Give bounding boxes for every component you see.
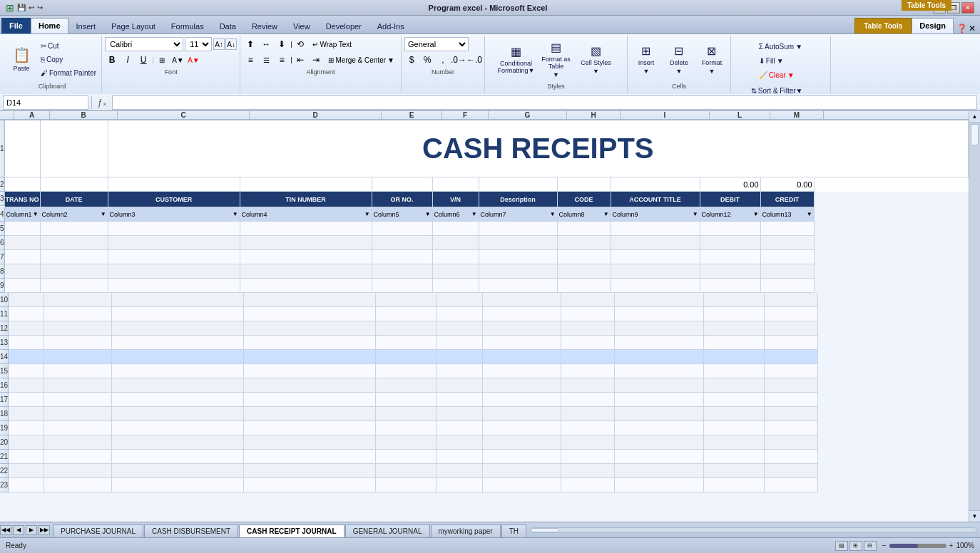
cell-row12-col8[interactable] xyxy=(615,321,704,336)
cell-row7-col5[interactable] xyxy=(433,250,479,264)
cell-row5-col0[interactable] xyxy=(5,222,41,236)
cell-m2[interactable]: 0.00 xyxy=(761,177,815,192)
cell-row6-col6[interactable] xyxy=(479,236,558,250)
cell-row18-col5[interactable] xyxy=(437,407,483,421)
cell-row19-col0[interactable] xyxy=(9,421,44,435)
cell-row23-col2[interactable] xyxy=(112,478,244,492)
cell-row21-col0[interactable] xyxy=(9,450,44,464)
title-cell[interactable]: CASH RECEIPTS xyxy=(108,120,969,177)
cell-row7-col8[interactable] xyxy=(611,250,700,264)
cell-row7-col0[interactable] xyxy=(5,250,41,264)
align-middle-button[interactable]: ↔ xyxy=(259,37,273,51)
cell-row15-col6[interactable] xyxy=(483,364,561,378)
cell-i2[interactable] xyxy=(611,177,700,192)
cell-row7-col10[interactable] xyxy=(761,250,815,264)
cell-row22-col5[interactable] xyxy=(437,464,483,478)
cell-row16-col5[interactable] xyxy=(437,378,483,393)
cell-row15-col0[interactable] xyxy=(9,364,44,378)
cell-row5-col7[interactable] xyxy=(558,222,611,236)
cell-row11-col6[interactable] xyxy=(483,307,561,321)
filter-col4[interactable]: Column4 ▼ xyxy=(240,207,372,222)
cell-row11-col7[interactable] xyxy=(561,307,615,321)
cell-row20-col8[interactable] xyxy=(615,435,704,450)
normal-view-button[interactable]: ▤ xyxy=(835,541,848,551)
bold-button[interactable]: B xyxy=(105,53,119,67)
cell-row17-col6[interactable] xyxy=(483,393,561,407)
cell-row15-col5[interactable] xyxy=(437,364,483,378)
cell-row12-col10[interactable] xyxy=(765,321,818,336)
cell-row14-col8[interactable] xyxy=(615,350,704,364)
tab-first-button[interactable]: ◀◀ xyxy=(0,525,11,535)
cell-row20-col4[interactable] xyxy=(376,435,437,450)
filter-col2[interactable]: Column2 ▼ xyxy=(41,207,108,222)
sheet-tab-3[interactable]: GENERAL JOURNAL xyxy=(345,524,430,537)
cell-row8-col8[interactable] xyxy=(611,264,700,279)
cell-row7-col2[interactable] xyxy=(108,250,240,264)
percent-button[interactable]: % xyxy=(420,53,434,67)
cell-row10-col0[interactable] xyxy=(9,293,44,307)
align-left-button[interactable]: ≡ xyxy=(243,53,257,67)
cell-row18-col4[interactable] xyxy=(376,407,437,421)
cell-row13-col9[interactable] xyxy=(704,336,765,350)
font-decrease-button[interactable]: A↓ xyxy=(225,38,237,50)
tab-home[interactable]: Home xyxy=(31,18,68,33)
page-break-view-button[interactable]: ⊟ xyxy=(864,541,877,551)
cell-row8-col5[interactable] xyxy=(433,264,479,279)
align-center-button[interactable]: ☰ xyxy=(259,53,273,67)
cell-row14-col0[interactable] xyxy=(9,350,44,364)
cell-row12-col2[interactable] xyxy=(112,321,244,336)
cell-row12-col6[interactable] xyxy=(483,321,561,336)
align-bottom-button[interactable]: ⬇ xyxy=(275,37,289,51)
cell-row10-col9[interactable] xyxy=(704,293,765,307)
cell-row21-col5[interactable] xyxy=(437,450,483,464)
merge-center-button[interactable]: ⊞ Merge & Center▼ xyxy=(325,53,398,66)
cell-row21-col7[interactable] xyxy=(561,450,615,464)
cell-row16-col2[interactable] xyxy=(112,378,244,393)
cell-row23-col1[interactable] xyxy=(44,478,112,492)
cell-row20-col9[interactable] xyxy=(704,435,765,450)
cell-row17-col3[interactable] xyxy=(244,393,376,407)
fill-color-button[interactable]: A▼ xyxy=(170,53,185,67)
cell-row5-col4[interactable] xyxy=(372,222,433,236)
cell-row6-col4[interactable] xyxy=(372,236,433,250)
cell-row9-col3[interactable] xyxy=(240,279,372,293)
cell-a2[interactable] xyxy=(5,177,41,192)
cell-row19-col7[interactable] xyxy=(561,421,615,435)
cell-row18-col2[interactable] xyxy=(112,407,244,421)
cell-row13-col3[interactable] xyxy=(244,336,376,350)
quick-access-redo[interactable]: ↪ xyxy=(37,4,43,11)
cell-b2[interactable] xyxy=(41,177,108,192)
increase-indent-button[interactable]: ⇥ xyxy=(309,53,323,67)
cell-row14-col5[interactable] xyxy=(437,350,483,364)
cell-row8-col0[interactable] xyxy=(5,264,41,279)
vertical-scrollbar[interactable]: ▲ ▼ xyxy=(969,111,980,522)
comma-button[interactable]: , xyxy=(436,53,450,67)
cell-styles-button[interactable]: ▧ Cell Styles▼ xyxy=(576,38,615,80)
cell-row11-col5[interactable] xyxy=(437,307,483,321)
grid-scroll[interactable]: 1 CASH RECEIPTS 2 xyxy=(0,120,969,522)
cell-row12-col5[interactable] xyxy=(437,321,483,336)
cell-row6-col5[interactable] xyxy=(433,236,479,250)
cell-row10-col4[interactable] xyxy=(376,293,437,307)
cell-row7-col1[interactable] xyxy=(41,250,108,264)
cell-row16-col0[interactable] xyxy=(9,378,44,393)
cell-row12-col4[interactable] xyxy=(376,321,437,336)
cell-row5-col1[interactable] xyxy=(41,222,108,236)
font-name-select[interactable]: Calibri xyxy=(105,37,183,51)
copy-button[interactable]: ⎘ Copy xyxy=(39,53,98,66)
cell-l2[interactable]: 0.00 xyxy=(700,177,761,192)
cell-row22-col9[interactable] xyxy=(704,464,765,478)
cell-row20-col6[interactable] xyxy=(483,435,561,450)
cell-row23-col5[interactable] xyxy=(437,478,483,492)
cell-row18-col1[interactable] xyxy=(44,407,112,421)
cell-row13-col0[interactable] xyxy=(9,336,44,350)
scroll-thumb-v[interactable] xyxy=(971,124,979,145)
increase-decimal-button[interactable]: .0→ xyxy=(451,53,466,67)
cell-e2[interactable] xyxy=(372,177,433,192)
cell-row16-col9[interactable] xyxy=(704,378,765,393)
cell-row17-col9[interactable] xyxy=(704,393,765,407)
cell-row7-col3[interactable] xyxy=(240,250,372,264)
cell-row23-col7[interactable] xyxy=(561,478,615,492)
cell-row14-col2[interactable] xyxy=(112,350,244,364)
tab-insert[interactable]: Insert xyxy=(68,18,104,33)
